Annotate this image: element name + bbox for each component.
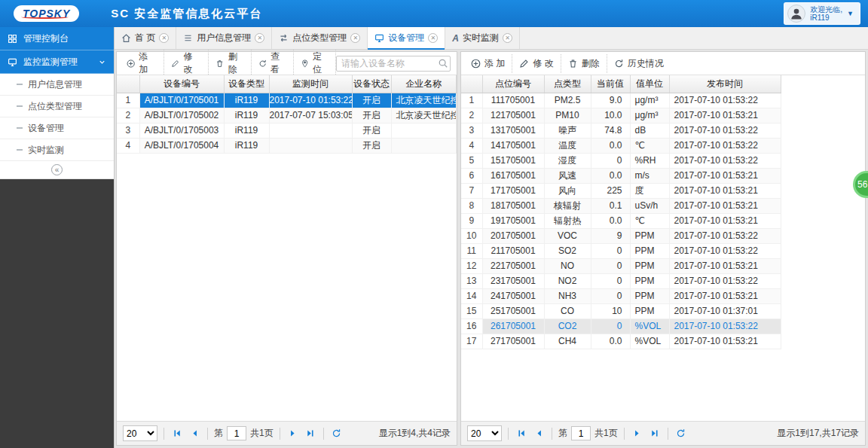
table-row[interactable]: 2121705001PM1010.0μg/m³2017-07-10 01:53:… [461,108,781,123]
add-button[interactable]: 添 加 [464,54,512,73]
search-input[interactable] [336,56,451,72]
table-row[interactable]: 7171705001风向225度2017-07-10 01:53:21 [461,183,781,198]
close-icon[interactable]: ✕ [159,33,169,43]
table-row[interactable]: 16261705001CO20%VOL2017-07-10 01:53:22 [461,318,781,334]
tab-point-type[interactable]: 点位类型管理 ✕ [272,27,368,49]
refresh-icon [676,428,686,438]
table-row[interactable]: 8181705001核辐射0.1uSv/h2017-07-10 01:53:21 [461,198,781,213]
table-row[interactable]: 2A/BJLT/0/1705002iR1192017-07-07 15:03:0… [117,108,457,123]
cell: PPM [630,228,669,243]
cell: 风向 [544,183,591,198]
column-header[interactable]: 当前值 [591,75,630,93]
sidebar-item-realtime[interactable]: 实时监测 [0,139,114,161]
delete-button[interactable]: 删除 [209,47,251,79]
user-menu[interactable]: 欢迎光临, iR119 ▼ [784,2,860,25]
refresh-button[interactable] [330,427,344,440]
page-size-select[interactable]: 20 [123,425,157,441]
tab-realtime[interactable]: A 实时监测 ✕ [445,27,520,49]
column-header[interactable]: 监测时间 [269,75,352,93]
next-page-button[interactable] [286,427,300,440]
row-number: 11 [461,243,482,258]
table-row[interactable]: 4A/BJLT/0/1705004iR119开启 [117,138,457,153]
table-row[interactable]: 10201705001VOC9PPM2017-07-10 01:53:22 [461,228,781,243]
table-row[interactable]: 3A/BJLT/0/1705003iR119开启 [117,123,457,138]
page-number-input[interactable] [227,426,246,440]
cell: 风速 [544,168,591,183]
delete-button[interactable]: 删除 [561,54,607,73]
prev-page-button[interactable] [188,427,201,440]
prev-page-button[interactable] [532,427,546,440]
pencil-icon [519,59,529,69]
cell: PPM [630,243,669,258]
list-icon [183,33,193,43]
last-page-button[interactable] [648,427,662,440]
first-page-button[interactable] [170,427,184,440]
table-row[interactable]: 17271705001CH40.0%VOL2017-07-10 01:53:21 [461,334,781,349]
cell: 2017-07-10 01:53:22 [269,93,352,108]
first-page-button[interactable] [515,427,528,440]
row-number: 7 [461,183,482,198]
table-row[interactable]: 4141705001温度0.0℃2017-07-10 01:53:22 [461,138,781,153]
table-row[interactable]: 9191705001辐射热0.0℃2017-07-10 01:53:21 [461,213,781,228]
cell: 0 [591,318,630,334]
page-number-input[interactable] [571,426,591,440]
row-number: 8 [461,198,482,213]
row-number: 2 [117,108,139,123]
close-icon[interactable]: ✕ [255,33,264,43]
cell: 191705001 [482,213,544,228]
page-size-select[interactable]: 20 [467,425,502,441]
edit-button[interactable]: 修 改 [164,47,209,79]
table-row[interactable]: 5151705001湿度0%RH2017-07-10 01:53:22 [461,153,781,168]
sidebar-item-device-mgmt[interactable]: 设备管理 [0,117,114,139]
column-header[interactable]: 设备状态 [352,75,391,93]
history-button[interactable]: 历史情况 [607,54,671,73]
table-row[interactable]: 1A/BJLT/0/1705001iR1192017-07-10 01:53:2… [117,93,457,108]
close-icon[interactable]: ✕ [503,33,512,43]
column-header[interactable]: 企业名称 [391,75,457,93]
cell: 2017-07-10 01:53:22 [669,228,781,243]
sidebar-item-console[interactable]: 管理控制台 [0,27,114,50]
table-row[interactable]: 1111705001PM2.59.0μg/m³2017-07-10 01:53:… [461,93,781,108]
column-header[interactable]: 设备编号 [139,75,224,93]
column-header[interactable]: 值单位 [630,75,669,93]
table-row[interactable]: 6161705001风速0.0m/s2017-07-10 01:53:21 [461,168,781,183]
locate-button[interactable]: 定位 [294,47,336,79]
search-icon[interactable] [438,58,448,69]
column-header[interactable]: 设备类型 [224,75,269,93]
add-button[interactable]: 添 加 [120,47,164,79]
refresh-button[interactable] [674,427,688,440]
column-header[interactable]: 点类型 [544,75,591,93]
cell: μg/m³ [630,108,669,123]
row-number: 14 [461,288,482,303]
last-page-icon [649,428,659,438]
sidebar-item-user-info[interactable]: 用户信息管理 [0,74,114,96]
sidebar-item-point-type[interactable]: 点位类型管理 [0,96,114,117]
next-page-button[interactable] [631,427,644,440]
cell: 225 [591,183,630,198]
last-page-button[interactable] [304,427,317,440]
cell: 271705001 [482,334,544,349]
edit-button[interactable]: 修 改 [512,54,561,73]
sidebar-collapse-button[interactable]: « [0,161,114,179]
table-row[interactable]: 3131705001噪声74.8dB2017-07-10 01:53:22 [461,123,781,138]
table-row[interactable]: 11211705001SO20PPM2017-07-10 01:53:22 [461,243,781,258]
table-row[interactable]: 12221705001NO0PPM2017-07-10 01:53:21 [461,258,781,273]
close-icon[interactable]: ✕ [428,33,438,43]
page-prefix: 第 [558,427,567,440]
first-page-icon [517,428,527,438]
tab-device-mgmt[interactable]: 设备管理 ✕ [368,27,445,49]
column-header[interactable]: 点位编号 [482,75,544,93]
tab-home[interactable]: 首 页 ✕ [115,27,176,49]
table-row[interactable]: 13231705001NO20PPM2017-07-10 01:53:22 [461,273,781,288]
cell: 2017-07-10 01:53:21 [669,334,781,349]
sidebar-item-monitor-mgmt[interactable]: 监控监测管理 [0,50,114,74]
view-button[interactable]: 查看 [252,47,294,79]
table-row[interactable]: 15251705001CO10PPM2017-07-10 01:37:01 [461,303,781,318]
cell: PPM [630,258,669,273]
cell: %RH [630,153,669,168]
row-number: 1 [117,93,139,108]
column-header[interactable]: 发布时间 [669,75,781,93]
table-row[interactable]: 14241705001NH30PPM2017-07-10 01:53:21 [461,288,781,303]
close-icon[interactable]: ✕ [350,33,360,43]
tab-user-info[interactable]: 用户信息管理 ✕ [176,27,272,49]
